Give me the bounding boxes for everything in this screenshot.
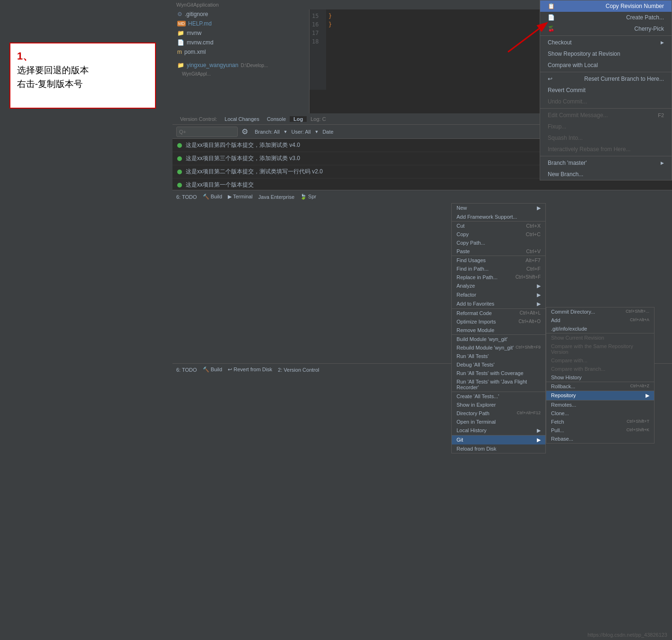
mid-ctx-copypath[interactable]: Copy Path... [452,239,545,247]
git-sub-gitinfo[interactable]: .git/info/exclude [546,324,654,333]
mid-ctx-remove-module[interactable]: Remove Module [452,326,545,334]
mid-tab-vc[interactable]: 2: Version Control [278,367,319,373]
mid-ctx-rebuild[interactable]: Rebuild Module 'wyn_git'Ctrl+Shift+F9 [452,343,545,352]
mid-ctx-show-explorer[interactable]: Show in Explorer [452,401,545,409]
vc-tab-log[interactable]: Log [290,116,307,122]
mid-ctx-optimize-label: Optimize Imports [457,319,496,324]
file-tree-item-help[interactable]: MD HELP.md [172,19,309,28]
mid-tab-todo[interactable]: 6: TODO [176,367,197,373]
tab-java-enterprise[interactable]: Java Enterprise [258,194,294,200]
user-filter[interactable]: User: All [292,129,311,135]
git-sub-fetch-label: Fetch [551,419,564,425]
mid-ctx-optimize[interactable]: Optimize ImportsCtrl+Alt+O [452,317,545,326]
commit-msg-4: 这是xx项目第一个版本提交 [186,181,254,189]
git-sub-show-history[interactable]: Show History [546,373,654,382]
mid-ctx-local-history[interactable]: Local History▶ [452,426,545,435]
log-search-input[interactable] [176,127,238,137]
mid-ctx-framework[interactable]: Add Framework Support... [452,213,545,221]
git-submenu: Commit Directory...Ctrl+Shift+... AddCtr… [546,307,655,444]
mid-ctx-local-history-arrow: ▶ [537,427,541,434]
date-filter[interactable]: Date [322,129,333,135]
ctx-reset-branch[interactable]: ↩ Reset Current Branch to Here... [540,73,672,85]
mid-ctx-analyze-arrow: ▶ [537,283,541,289]
mid-tab-revert[interactable]: ↩ Revert from Disk [228,367,272,373]
tab-spr[interactable]: 🍃 Spr [300,194,316,200]
mid-ctx-paste-shortcut: Ctrl+V [526,248,541,254]
mid-tab-build[interactable]: 🔨 Build [203,367,223,373]
mid-ctx-run-flight-label: Run 'All Tests' with 'Java Flight Record… [457,379,527,390]
vc-tab-logc[interactable]: Log: C [307,116,329,122]
branch-filter[interactable]: Branch: All [255,129,280,135]
git-sub-remotes[interactable]: Remotes... [546,401,654,409]
git-sub-repository[interactable]: Repository▶ [546,391,654,400]
mid-ctx-run-all[interactable]: Run 'All Tests' [452,352,545,360]
mid-ctx-run-coverage[interactable]: Run 'All Tests' with Coverage [452,369,545,377]
mid-ctx-git[interactable]: Git▶ [452,435,545,444]
git-sub-gitinfo-label: .git/info/exclude [551,326,587,332]
ctx-new-branch[interactable]: New Branch... [540,169,672,180]
mid-ctx-git-label: Git [457,437,463,443]
mid-ctx-replace-path[interactable]: Replace in Path...Ctrl+Shift+F [452,273,545,282]
file-name: .gitignore [185,11,208,17]
mid-ctx-favorites[interactable]: Add to Favorites▶ [452,299,545,308]
git-sub-fetch-shortcut: Ctrl+Shift+T [627,419,649,425]
mid-ctx-reformat-label: Reformat Code [457,310,492,316]
vc-tab-label: Version Control: [176,116,221,122]
git-sub-rollback[interactable]: Rollback...Ctrl+Alt+Z [546,382,654,391]
git-sub-show-current: Show Current Revision [546,333,654,342]
ctx-fixup: Fixup... [540,121,672,132]
mid-ctx-cut[interactable]: CutCtrl+X [452,222,545,230]
mid-ctx-find-usages[interactable]: Find UsagesAlt+F7 [452,256,545,265]
git-sub-compare-same: Compare with the Same Repository Version [546,342,654,356]
mid-ctx-dir-path[interactable]: Directory PathCtrl+Alt+F12 [452,409,545,418]
mid-ctx-create-tests[interactable]: Create 'All Tests...' [452,392,545,401]
ctx-branch-master[interactable]: Branch 'master' [540,157,672,169]
ctx-compare-local[interactable]: Compare with Local [540,60,672,71]
git-sub-clone[interactable]: Clone... [546,409,654,418]
mid-ctx-run-flight[interactable]: Run 'All Tests' with 'Java Flight Record… [452,377,545,392]
ctx-new-branch-label: New Branch... [548,171,583,178]
mid-ctx-refactor[interactable]: Refactor▶ [452,290,545,299]
mid-ctx-new[interactable]: New▶ [452,204,545,213]
settings-icon[interactable]: ⚙ [241,127,248,136]
vc-tab-local[interactable]: Local Changes [221,116,263,122]
mid-ctx-cut-label: Cut [457,223,465,229]
mid-ctx-build-module[interactable]: Build Module 'wyn_git' [452,335,545,343]
commit-msg-3: 这是xx项目第二个版本提交，测试类填写一行代码 v2.0 [186,168,323,176]
git-sub-commit-dir-label: Commit Directory... [551,309,595,315]
ctx-revert-commit[interactable]: Revert Commit [540,85,672,96]
mid-ctx-find-in-path[interactable]: Find in Path...Ctrl+F [452,265,545,273]
instruction-1-line1: 选择要回退的版本 [17,64,148,77]
file-tree-item[interactable]: ⚙ .gitignore [172,9,309,19]
file-tree-item-mvnwcmd[interactable]: 📄 mvnw.cmd [172,38,309,47]
copy-icon: 📋 [548,3,555,9]
mid-ctx-copy[interactable]: CopyCtrl+C [452,230,545,239]
git-sub-rebase[interactable]: Rebase... [546,435,654,443]
ctx-undo-commit-label: Undo Commit... [548,98,587,105]
mid-ctx-run-all-label: Run 'All Tests' [457,353,489,359]
mid-ctx-open-terminal[interactable]: Open in Terminal [452,418,545,426]
mid-ctx-paste[interactable]: PasteCtrl+V [452,247,545,256]
file-tree-item-pom[interactable]: m pom.xml [172,47,309,57]
mid-ctx-analyze[interactable]: Analyze▶ [452,282,545,290]
ctx-copy-revision[interactable]: 📋 Copy Revision Number [540,0,672,12]
commit-dot-4 [177,183,182,188]
git-sub-commit-dir[interactable]: Commit Directory...Ctrl+Shift+... [546,307,654,316]
ctx-create-patch-label: Create Patch... [626,14,664,21]
mid-ctx-reformat[interactable]: Reformat CodeCtrl+Alt+L [452,309,545,317]
tab-todo[interactable]: 6: TODO [176,194,197,200]
line-num-15: 15 [312,12,324,20]
git-sub-pull[interactable]: Pull...Ctrl+Shift+K [546,426,654,435]
vc-tab-console[interactable]: Console [263,116,290,122]
instruction-box-1: 1、 选择要回退的版本 右击-复制版本号 [9,43,156,109]
mid-ctx-debug-all[interactable]: Debug 'All Tests' [452,360,545,369]
git-sub-rebase-label: Rebase... [551,436,573,442]
mid-ctx-reload[interactable]: Reload from Disk [452,444,545,453]
file-tree-item-mvnw[interactable]: 📁 mvnw [172,28,309,38]
git-sub-remotes-label: Remotes... [551,402,576,408]
instruction-1-line2: 右击-复制版本号 [17,77,148,91]
git-sub-fetch[interactable]: FetchCtrl+Shift+T [546,418,654,426]
tab-build[interactable]: 🔨 Build [203,194,223,200]
tab-terminal[interactable]: ▶ Terminal [228,194,252,200]
git-sub-add[interactable]: AddCtrl+Alt+A [546,316,654,324]
